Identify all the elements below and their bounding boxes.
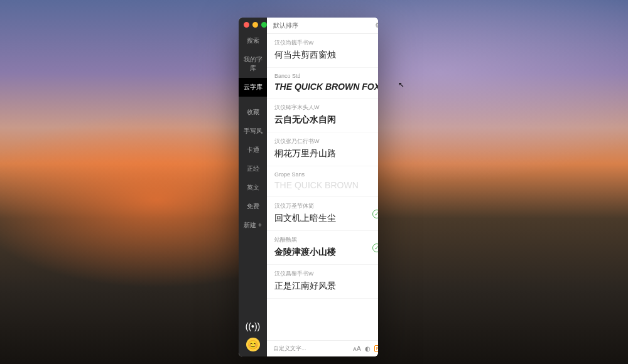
filter-icon[interactable]: ⚙: [375, 21, 378, 29]
font-item[interactable]: Banco StdTHE QUICK BROWN FOX: [267, 68, 378, 99]
app-window: 搜索 我的字库 云字库 收藏 手写风 卡通 正经 英文 免费 新建 + ((•)…: [239, 18, 378, 356]
sidebar-free[interactable]: 免费: [239, 197, 267, 216]
font-preview-text: 桐花万里丹山路: [274, 148, 378, 159]
font-preview-text: 云自无心水自闲: [274, 114, 378, 126]
check-icon: ✓: [372, 210, 378, 218]
check-icon: ✓: [372, 244, 378, 252]
font-name-label: 汉仪铸字木头人W: [274, 104, 378, 112]
font-preview-text: 金陵津渡小山楼: [274, 247, 378, 258]
text-size-icon[interactable]: ᴀA: [353, 345, 361, 352]
p-button[interactable]: P: [374, 345, 378, 352]
font-item[interactable]: Grope SansTHE QUICK BROWN: [267, 166, 378, 197]
sidebar-cloud-fonts[interactable]: 云字库: [239, 78, 267, 97]
sidebar-english[interactable]: 英文: [239, 178, 267, 197]
sidebar-my-fonts[interactable]: 我的字库: [239, 50, 267, 78]
font-item[interactable]: 站酷酷黑金陵津渡小山楼✓: [267, 231, 378, 265]
sidebar-serious[interactable]: 正经: [239, 159, 267, 178]
maximize-button[interactable]: [261, 22, 267, 28]
sidebar-cartoon[interactable]: 卡通: [239, 141, 267, 159]
font-name-label: 站酷酷黑: [274, 236, 378, 244]
font-preview-text: THE QUICK BROWN: [274, 180, 378, 190]
footer: 自定义文字... ᴀA ◐ P: [267, 340, 378, 356]
font-item[interactable]: 汉仪铸字木头人W云自无心水自闲: [267, 99, 378, 132]
avatar[interactable]: 😊: [246, 338, 260, 351]
window-controls: [239, 18, 267, 31]
list-header: 默认排序 ⚙: [267, 18, 378, 34]
main-panel: 默认排序 ⚙ 汉仪尚巍手书W何当共剪西窗烛Banco StdTHE QUICK …: [267, 18, 378, 356]
font-name-label: 汉仪昌黎手书W: [274, 270, 378, 278]
font-preview-text: 回文机上暗生尘: [274, 213, 378, 224]
sidebar-favorites[interactable]: 收藏: [239, 103, 267, 122]
sort-label[interactable]: 默认排序: [273, 21, 298, 30]
font-name-label: 汉仪尚巍手书W: [274, 39, 378, 47]
sidebar-new[interactable]: 新建 +: [239, 216, 267, 235]
font-preview-text: 正是江南好风景: [274, 281, 378, 292]
font-name-label: 汉仪万圣节体简: [274, 202, 378, 210]
font-item[interactable]: 汉仪万圣节体简回文机上暗生尘✓: [267, 197, 378, 231]
font-list[interactable]: 汉仪尚巍手书W何当共剪西窗烛Banco StdTHE QUICK BROWN F…: [267, 34, 378, 340]
font-name-label: 汉仪张乃仁行书W: [274, 137, 378, 146]
sidebar-handwriting[interactable]: 手写风: [239, 122, 267, 141]
minimize-button[interactable]: [252, 22, 258, 28]
font-name-label: Banco Std: [274, 73, 378, 79]
font-item[interactable]: 汉仪尚巍手书W何当共剪西窗烛: [267, 34, 378, 68]
font-name-label: Grope Sans: [274, 171, 378, 178]
custom-text-button[interactable]: 自定义文字...: [273, 345, 306, 353]
contrast-icon[interactable]: ◐: [365, 345, 371, 352]
sidebar-search[interactable]: 搜索: [239, 31, 267, 50]
mouse-cursor: ↖: [398, 80, 404, 89]
sidebar: 搜索 我的字库 云字库 收藏 手写风 卡通 正经 英文 免费 新建 + ((•)…: [239, 18, 267, 356]
font-item[interactable]: 汉仪张乃仁行书W桐花万里丹山路: [267, 132, 378, 166]
font-preview-text: 何当共剪西窗烛: [274, 50, 378, 61]
font-item[interactable]: 汉仪昌黎手书W正是江南好风景: [267, 265, 378, 299]
close-button[interactable]: [244, 22, 249, 28]
broadcast-icon[interactable]: ((•)): [246, 321, 261, 331]
font-preview-text: THE QUICK BROWN FOX: [274, 82, 378, 92]
